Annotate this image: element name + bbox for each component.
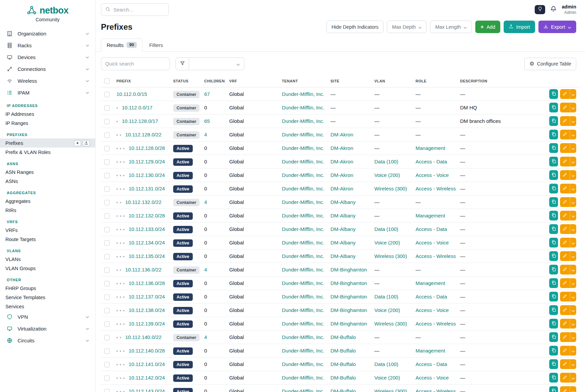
sidebar-item-vpn[interactable]: VPN bbox=[0, 311, 95, 323]
edit-button[interactable] bbox=[560, 292, 570, 302]
tenant-link[interactable]: Dunder-Mifflin, Inc. bbox=[282, 132, 324, 137]
site-link[interactable]: DM-Albany bbox=[330, 253, 355, 259]
tenant-link[interactable]: Dunder-Mifflin, Inc. bbox=[282, 213, 324, 218]
children-count-link[interactable]: 4 bbox=[204, 132, 207, 137]
site-link[interactable]: DM-Akron bbox=[330, 132, 353, 137]
copy-button[interactable] bbox=[549, 319, 558, 329]
edit-dropdown-button[interactable] bbox=[570, 143, 576, 153]
row-checkbox[interactable] bbox=[104, 173, 110, 178]
sidebar-item-circuits[interactable]: Circuits bbox=[0, 335, 95, 346]
edit-dropdown-button[interactable] bbox=[570, 265, 576, 275]
role-link[interactable]: Access - Wireless bbox=[416, 186, 456, 191]
site-link[interactable]: DM-Binghamton bbox=[330, 280, 367, 286]
children-count-link[interactable]: 65 bbox=[204, 118, 210, 124]
edit-dropdown-button[interactable] bbox=[570, 157, 576, 166]
tenant-link[interactable]: Dunder-Mifflin, Inc. bbox=[282, 172, 324, 178]
tenant-link[interactable]: Dunder-Mifflin, Inc. bbox=[282, 199, 324, 205]
vlan-link[interactable]: Voice (200) bbox=[374, 172, 400, 178]
edit-button[interactable] bbox=[560, 130, 570, 139]
sidebar-item-organization[interactable]: Organization bbox=[0, 28, 95, 40]
row-checkbox[interactable] bbox=[104, 321, 110, 327]
row-checkbox[interactable] bbox=[104, 227, 110, 232]
site-link[interactable]: DM-Binghamton bbox=[330, 307, 367, 313]
edit-dropdown-button[interactable] bbox=[570, 332, 576, 342]
children-count-link[interactable]: 4 bbox=[204, 334, 207, 340]
edit-dropdown-button[interactable] bbox=[570, 89, 576, 99]
prefix-link[interactable]: 10.112.128.0/28 bbox=[129, 145, 165, 151]
sidebar-link-aggregates[interactable]: Aggregates bbox=[0, 197, 95, 206]
column-header-tenant[interactable]: TENANT bbox=[278, 75, 327, 87]
sidebar-item-virtualization[interactable]: Virtualization bbox=[0, 323, 95, 335]
prefix-link[interactable]: 10.112.133.0/24 bbox=[129, 226, 165, 232]
vlan-link[interactable]: Wireless (300) bbox=[374, 186, 407, 191]
copy-button[interactable] bbox=[549, 373, 558, 383]
tenant-link[interactable]: Dunder-Mifflin, Inc. bbox=[282, 240, 324, 245]
select-all-checkbox[interactable] bbox=[104, 78, 110, 84]
sidebar-link-prefix-vlan-roles[interactable]: Prefix & VLAN Roles bbox=[0, 148, 95, 157]
copy-button[interactable] bbox=[549, 332, 558, 342]
site-link[interactable]: DM-Buffalo bbox=[330, 348, 356, 354]
prefix-link[interactable]: 10.112.141.0/24 bbox=[129, 361, 165, 367]
edit-dropdown-button[interactable] bbox=[570, 130, 576, 139]
copy-button[interactable] bbox=[549, 305, 558, 315]
row-checkbox[interactable] bbox=[104, 105, 110, 111]
prefix-link[interactable]: 10.112.140.0/28 bbox=[129, 348, 165, 354]
row-checkbox[interactable] bbox=[104, 119, 110, 124]
edit-button[interactable] bbox=[560, 170, 570, 180]
children-count-link[interactable]: 67 bbox=[204, 91, 210, 97]
children-count-link[interactable]: 4 bbox=[204, 267, 207, 272]
role-link[interactable]: Access - Wireless bbox=[416, 321, 456, 326]
prefix-link[interactable]: 10.112.128.0/22 bbox=[125, 132, 161, 137]
tenant-link[interactable]: Dunder-Mifflin, Inc. bbox=[282, 280, 324, 286]
edit-button[interactable] bbox=[560, 89, 570, 99]
add-quick-button[interactable]: + bbox=[74, 140, 81, 146]
add-button[interactable]: + Add bbox=[475, 21, 500, 33]
site-link[interactable]: DM-Buffalo bbox=[330, 334, 356, 340]
vlan-link[interactable]: Data (100) bbox=[374, 361, 398, 367]
copy-button[interactable] bbox=[549, 130, 558, 139]
sidebar-link-route-targets[interactable]: Route Targets bbox=[0, 235, 95, 244]
row-checkbox[interactable] bbox=[104, 254, 110, 259]
tenant-link[interactable]: Dunder-Mifflin, Inc. bbox=[282, 118, 324, 124]
site-link[interactable]: DM-Binghamton bbox=[330, 321, 367, 326]
site-link[interactable]: DM-Buffalo bbox=[330, 361, 356, 367]
sidebar-link-prefixes[interactable]: Prefixes+ bbox=[0, 138, 95, 148]
tab-results[interactable]: Results 90 bbox=[101, 38, 142, 52]
row-checkbox[interactable] bbox=[104, 240, 110, 246]
row-checkbox[interactable] bbox=[104, 362, 110, 367]
prefix-link[interactable]: 10.112.143.0/24 bbox=[129, 388, 165, 392]
tenant-link[interactable]: Dunder-Mifflin, Inc. bbox=[282, 226, 324, 232]
vlan-link[interactable]: Voice (200) bbox=[374, 375, 400, 381]
site-link[interactable]: DM-Akron bbox=[330, 172, 353, 178]
edit-button[interactable] bbox=[560, 265, 570, 275]
row-checkbox[interactable] bbox=[104, 146, 110, 151]
prefix-link[interactable]: 10.112.131.0/24 bbox=[129, 186, 165, 191]
role-link[interactable]: Access - Voice bbox=[416, 172, 449, 178]
edit-button[interactable] bbox=[560, 386, 570, 392]
sidebar-link-vlans[interactable]: VLANs bbox=[0, 255, 95, 264]
row-checkbox[interactable] bbox=[104, 200, 110, 205]
row-checkbox[interactable] bbox=[104, 348, 110, 354]
role-link[interactable]: Access - Wireless bbox=[416, 388, 456, 392]
tenant-link[interactable]: Dunder-Mifflin, Inc. bbox=[282, 145, 324, 151]
edit-button[interactable] bbox=[560, 332, 570, 342]
vlan-link[interactable]: Data (100) bbox=[374, 226, 398, 232]
vlan-link[interactable]: Wireless (300) bbox=[374, 321, 407, 326]
site-link[interactable]: DM-Binghamton bbox=[330, 294, 367, 299]
edit-dropdown-button[interactable] bbox=[570, 278, 576, 288]
max-length-dropdown[interactable]: Max Length bbox=[430, 21, 472, 33]
user-menu[interactable]: admin Admin bbox=[562, 4, 576, 15]
tenant-link[interactable]: Dunder-Mifflin, Inc. bbox=[282, 186, 324, 191]
role-link[interactable]: Management bbox=[416, 348, 445, 354]
tenant-link[interactable]: Dunder-Mifflin, Inc. bbox=[282, 375, 324, 381]
copy-button[interactable] bbox=[549, 197, 558, 207]
copy-button[interactable] bbox=[549, 251, 558, 261]
brand-name[interactable]: netbox bbox=[39, 5, 69, 16]
row-checkbox[interactable] bbox=[104, 267, 110, 273]
sidebar-link-ip-addresses[interactable]: IP Addresses bbox=[0, 109, 95, 119]
vlan-link[interactable]: Voice (200) bbox=[374, 307, 400, 313]
edit-dropdown-button[interactable] bbox=[570, 197, 576, 207]
copy-button[interactable] bbox=[549, 103, 558, 112]
import-button[interactable]: Import bbox=[504, 21, 535, 33]
prefix-link[interactable]: 10.112.135.0/24 bbox=[129, 253, 165, 259]
